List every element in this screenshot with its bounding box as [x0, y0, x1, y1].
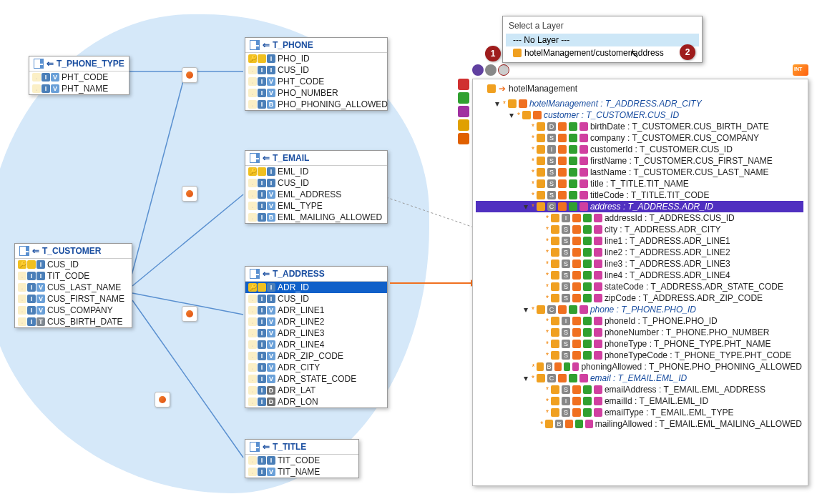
table-column[interactable]: .IITIT_CODE	[15, 270, 132, 282]
table-phone-type[interactable]: ⇐T_PHONE_TYPE .IVPHT_CODE.IVPHT_NAME	[29, 56, 129, 95]
table-column[interactable]: .IVPHT_NAME	[29, 83, 129, 94]
tree-twisty[interactable]: ▾	[508, 110, 515, 120]
tree-node[interactable]: *SstateCode : T_ADDRESS.ADR_STATE_CODE	[476, 281, 803, 292]
tree-node[interactable]: *Sline1 : T_ADDRESS.ADR_LINE1	[476, 235, 803, 247]
table-column[interactable]: 🔑IADR_ID	[245, 282, 387, 293]
tree-node[interactable]: *BphoningAllowed : T_PHONE.PHO_PHONING_A…	[476, 361, 803, 372]
table-column[interactable]: .IVADR_LINE1	[245, 305, 387, 316]
tree-node[interactable]: ▾*hotelManagement : T_ADDRESS.ADR_CITY	[476, 98, 803, 109]
tree-node[interactable]: *Stitle : T_TITLE.TIT_NAME	[476, 178, 803, 189]
eye-icon[interactable]	[485, 64, 496, 76]
table-title-entity[interactable]: ⇐T_TITLE .IITIT_CODE.IVTIT_NAME	[245, 439, 359, 478]
table-column[interactable]: .IBPHO_PHONING_ALLOWED	[245, 99, 387, 110]
table-column[interactable]: .IVPHT_CODE	[29, 71, 129, 83]
add-icon[interactable]	[458, 92, 469, 104]
table-column[interactable]: .IVEML_ADDRESS	[245, 189, 387, 200]
table-column[interactable]: .IVCUS_LAST_NAME	[15, 282, 132, 293]
table-column[interactable]: .ITCUS_BIRTH_DATE	[15, 316, 132, 327]
exit-icon[interactable]	[458, 133, 469, 144]
tree-node[interactable]: *Sline4 : T_ADDRESS.ADR_LINE4	[476, 270, 803, 281]
table-column[interactable]: .IVCUS_FIRST_NAME	[15, 293, 132, 305]
tree-node[interactable]: *IaddressId : T_ADDRESS.CUS_ID	[476, 212, 803, 224]
popup-option-label: hotelManagement/customer/address	[524, 48, 664, 58]
table-column[interactable]: .IICUS_ID	[245, 293, 387, 305]
table-column[interactable]: .IVCUS_COMPANY	[15, 305, 132, 316]
popup-option-label: --- No Layer ---	[513, 35, 569, 45]
tree-node[interactable]: *Scompany : T_CUSTOMER.CUS_COMPANY	[476, 132, 803, 144]
tree-node[interactable]: *StitleCode : T_TITLE.TIT_CODE	[476, 189, 803, 201]
key-icon[interactable]	[458, 119, 469, 131]
tree-node[interactable]: *SphoneType : T_PHONE_TYPE.PHT_NAME	[476, 338, 803, 350]
tree-node[interactable]: *SphoneNumber : T_PHONE.PHO_NUMBER	[476, 327, 803, 338]
tree-node[interactable]: ▾*Cemail : T_EMAIL.EML_ID	[476, 372, 803, 384]
table-column[interactable]: .IBEML_MAILING_ALLOWED	[245, 212, 387, 223]
table-column[interactable]: .IDADR_LAT	[245, 385, 387, 396]
join-badge[interactable]	[182, 67, 197, 83]
table-column[interactable]: 🔑ICUS_ID	[15, 259, 132, 270]
table-column[interactable]: .IVADR_STATE_CODE	[245, 373, 387, 385]
tree-node[interactable]: *BmailingAllowed : T_EMAIL.EML_MAILING_A…	[476, 418, 803, 430]
tree-node[interactable]: *Scity : T_ADDRESS.ADR_CITY	[476, 224, 803, 235]
tree-root[interactable]: ➔ hotelManagement	[474, 82, 803, 98]
table-icon	[34, 59, 44, 69]
tree-node[interactable]: *Sline2 : T_ADDRESS.ADR_LINE2	[476, 247, 803, 258]
table-column[interactable]: .IVPHO_NUMBER	[245, 87, 387, 99]
tree-node[interactable]: *IemailId : T_EMAIL.EML_ID	[476, 395, 803, 407]
tree-node[interactable]: *SemailType : T_EMAIL.EML_TYPE	[476, 407, 803, 418]
table-customer[interactable]: ⇐T_CUSTOMER 🔑ICUS_ID.IITIT_CODE.IVCUS_LA…	[14, 243, 132, 328]
tree-node[interactable]: *SemailAddress : T_EMAIL.EML_ADDRESS	[476, 384, 803, 395]
tree-node[interactable]: ▾*Cphone : T_PHONE.PHO_ID	[476, 304, 803, 315]
table-column[interactable]: 🔑IEML_ID	[245, 166, 387, 177]
tree-body: ▾*hotelManagement : T_ADDRESS.ADR_CITY▾*…	[476, 98, 803, 430]
tree-twisty[interactable]: ▾	[522, 202, 529, 212]
table-column[interactable]: .IITIT_CODE	[245, 455, 358, 466]
table-title: T_PHONE	[273, 40, 313, 50]
table-column[interactable]: .IVADR_LINE3	[245, 327, 387, 339]
table-email[interactable]: ⇐T_EMAIL 🔑IEML_ID.IICUS_ID.IVEML_ADDRESS…	[245, 150, 388, 224]
table-title: T_TITLE	[273, 442, 306, 452]
table-column[interactable]: .IICUS_ID	[245, 177, 387, 189]
tree-node[interactable]: *SfirstName : T_CUSTOMER.CUS_FIRST_NAME	[476, 155, 803, 167]
table-column[interactable]: 🔑IPHO_ID	[245, 53, 387, 64]
integration-icon[interactable]	[793, 64, 808, 76]
join-badge[interactable]	[182, 186, 197, 202]
table-icon	[250, 40, 260, 50]
table-column[interactable]: .IVADR_CITY	[245, 362, 387, 373]
table-columns: 🔑ICUS_ID.IITIT_CODE.IVCUS_LAST_NAME.IVCU…	[15, 259, 132, 327]
layers-icon[interactable]	[498, 64, 509, 76]
tree-node[interactable]: *IcustomerId : T_CUSTOMER.CUS_ID	[476, 144, 803, 155]
table-column[interactable]: .IVEML_TYPE	[245, 200, 387, 212]
table-column[interactable]: .IVADR_LINE4	[245, 339, 387, 350]
table-column[interactable]: .IICUS_ID	[245, 64, 387, 76]
tree-node[interactable]: *SlastName : T_CUSTOMER.CUS_LAST_NAME	[476, 167, 803, 178]
popup-option-no-layer[interactable]: --- No Layer ---	[506, 34, 699, 46]
popup-option-address[interactable]: hotelManagement/customer/address	[506, 46, 699, 59]
required-icon[interactable]	[458, 79, 469, 90]
join-badge[interactable]	[155, 392, 170, 407]
mouse-cursor: ↖	[630, 47, 639, 61]
table-column[interactable]: .IVADR_LINE2	[245, 316, 387, 327]
table-column[interactable]: .IVADR_ZIP_CODE	[245, 350, 387, 362]
table-address[interactable]: ⇐T_ADDRESS 🔑IADR_ID.IICUS_ID.IVADR_LINE1…	[245, 266, 388, 408]
callout-2: 2	[680, 44, 695, 60]
table-column[interactable]: .IVPHT_CODE	[245, 76, 387, 87]
toggle-icon[interactable]	[472, 64, 484, 76]
table-column[interactable]: .IDADR_LON	[245, 396, 387, 407]
tree-node[interactable]: ▾*customer : T_CUSTOMER.CUS_ID	[476, 109, 803, 121]
table-column[interactable]: .IVTIT_NAME	[245, 466, 358, 478]
tree-node[interactable]: *SzipCode : T_ADDRESS.ADR_ZIP_CODE	[476, 292, 803, 304]
tree-root-label: hotelManagement	[509, 84, 577, 94]
join-badge[interactable]	[182, 306, 197, 322]
tree-node[interactable]: *IphoneId : T_PHONE.PHO_ID	[476, 315, 803, 327]
tree-twisty[interactable]: ▾	[522, 373, 529, 383]
tree-node[interactable]: *SphoneTypeCode : T_PHONE_TYPE.PHT_CODE	[476, 350, 803, 361]
folder-icon	[513, 49, 522, 57]
tree-twisty[interactable]: ▾	[522, 305, 529, 315]
tree-twisty[interactable]: ▾	[494, 99, 501, 109]
table-columns: 🔑IADR_ID.IICUS_ID.IVADR_LINE1.IVADR_LINE…	[245, 282, 387, 407]
tree-node[interactable]: *Sline3 : T_ADDRESS.ADR_LINE3	[476, 258, 803, 270]
tree-node[interactable]: ▾*Caddress : T_ADDRESS.ADR_ID	[476, 201, 803, 212]
tree-node[interactable]: *DbirthDate : T_CUSTOMER.CUS_BIRTH_DATE	[476, 121, 803, 132]
table-phone[interactable]: ⇐T_PHONE 🔑IPHO_ID.IICUS_ID.IVPHT_CODE.IV…	[245, 37, 388, 111]
update-icon[interactable]	[458, 106, 469, 117]
